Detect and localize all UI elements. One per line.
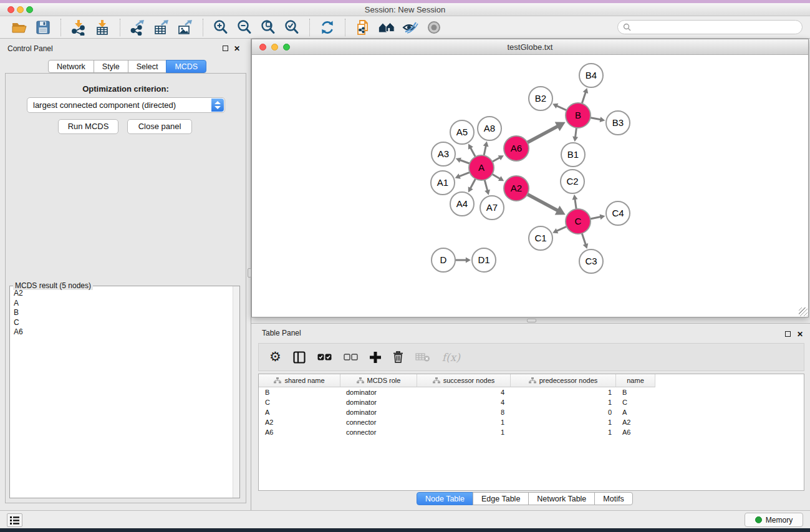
graph-node-A1[interactable]: A1 — [431, 171, 455, 195]
tab-node-table[interactable]: Node Table — [417, 492, 473, 505]
scrollbar-track[interactable] — [233, 286, 239, 498]
graph-node-B2[interactable]: B2 — [529, 87, 552, 110]
network-graph[interactable]: AA6A2BCA5A8A3A1A4A7B2B4B3B1C2C4C1C3DD1 — [252, 56, 808, 317]
run-mcds-button[interactable]: Run MCDS — [58, 119, 118, 134]
column-header-shared-name[interactable]: shared name — [259, 374, 340, 387]
table-row[interactable]: Adominator80A — [259, 407, 804, 417]
tab-network-table[interactable]: Network Table — [528, 492, 595, 505]
graph-node-A3[interactable]: A3 — [432, 142, 455, 166]
show-selected-button[interactable] — [425, 19, 443, 36]
table-cell: A6 — [259, 428, 340, 436]
graph-node-B3[interactable]: B3 — [606, 111, 630, 135]
mcds-result-item[interactable]: C — [11, 318, 232, 328]
graph-node-D[interactable]: D — [432, 248, 455, 272]
graph-node-A4[interactable]: A4 — [450, 192, 474, 216]
function-builder-button[interactable]: f(x) — [442, 351, 460, 364]
graph-node-C3[interactable]: C3 — [579, 249, 603, 273]
export-image-button[interactable] — [176, 19, 194, 36]
graph-node-A8[interactable]: A8 — [478, 117, 501, 140]
tab-network[interactable]: Network — [48, 60, 94, 73]
table-cell: A — [616, 409, 655, 416]
search-field[interactable] — [617, 20, 803, 34]
delete-table-icon — [415, 352, 430, 362]
horizontal-splitter-grip[interactable] — [527, 319, 536, 322]
delete-table-button[interactable] — [415, 352, 430, 362]
graph-node-B[interactable]: B — [566, 103, 591, 128]
network-window-titlebar[interactable]: testGlobe.txt — [252, 39, 808, 55]
virtual-column-icon — [274, 377, 281, 384]
optimization-select[interactable]: largest connected component (directed) — [27, 97, 225, 113]
hide-selected-button[interactable] — [402, 19, 419, 36]
refresh-view-button[interactable] — [319, 19, 336, 36]
column-header-successor-nodes[interactable]: successor nodes — [417, 374, 511, 387]
zoom-fit-icon — [260, 19, 276, 36]
graph-node-C[interactable]: C — [566, 209, 591, 234]
graph-node-A5[interactable]: A5 — [450, 120, 474, 144]
tab-style[interactable]: Style — [94, 60, 128, 73]
graph-node-A[interactable]: A — [469, 155, 494, 180]
tab-motifs[interactable]: Motifs — [594, 492, 632, 505]
clone-network-button[interactable] — [354, 19, 372, 36]
close-panel-icon[interactable]: ✕ — [797, 331, 803, 338]
close-panel-icon[interactable]: ✕ — [234, 45, 240, 52]
select-stepper-icon — [211, 99, 224, 112]
import-table-button[interactable] — [94, 19, 111, 36]
zoom-selected-button[interactable] — [283, 19, 301, 36]
optimization-select-value: largest connected component (directed) — [33, 100, 176, 110]
table-cell: A6 — [616, 428, 655, 436]
graph-node-C4[interactable]: C4 — [606, 201, 630, 225]
show-graphics-details-button[interactable] — [378, 19, 395, 36]
memory-button[interactable]: Memory — [745, 513, 803, 527]
table-row[interactable]: A6connector11A6 — [259, 427, 804, 437]
task-history-button[interactable] — [7, 513, 22, 527]
float-panel-icon[interactable] — [785, 331, 791, 337]
svg-text:B4: B4 — [586, 70, 597, 80]
deselect-all-button[interactable] — [344, 354, 358, 360]
open-session-button[interactable] — [11, 19, 28, 36]
graph-node-B1[interactable]: B1 — [561, 143, 585, 167]
graph-node-C2[interactable]: C2 — [561, 170, 584, 193]
select-all-button[interactable] — [317, 354, 332, 360]
float-panel-icon[interactable] — [223, 46, 228, 51]
export-network-button[interactable] — [129, 19, 147, 36]
tab-edge-table[interactable]: Edge Table — [473, 492, 529, 505]
delete-column-button[interactable] — [393, 351, 403, 363]
table-cell: connector — [340, 428, 417, 436]
table-settings-button[interactable]: ⚙ — [269, 351, 281, 364]
save-session-button[interactable] — [34, 19, 52, 36]
table-row[interactable]: Cdominator41C — [259, 397, 804, 407]
graph-node-D1[interactable]: D1 — [472, 248, 496, 272]
mcds-result-item[interactable]: A — [11, 299, 232, 309]
mcds-result-item[interactable]: A6 — [11, 327, 232, 337]
tab-select[interactable]: Select — [128, 60, 167, 73]
svg-text:A7: A7 — [486, 202, 498, 213]
vertical-splitter-grip[interactable] — [248, 268, 251, 278]
graph-node-B4[interactable]: B4 — [579, 64, 603, 87]
mcds-result-item[interactable]: B — [11, 308, 232, 318]
graph-node-C1[interactable]: C1 — [529, 226, 552, 250]
zoom-fit-button[interactable] — [259, 19, 277, 36]
column-header-name[interactable]: name — [616, 374, 655, 387]
search-input[interactable] — [634, 23, 797, 32]
window-resize-grip[interactable] — [799, 307, 808, 316]
export-table-button[interactable] — [153, 19, 170, 36]
table-row[interactable]: Bdominator41B — [259, 387, 804, 397]
graph-node-A6[interactable]: A6 — [504, 136, 529, 161]
create-column-button[interactable] — [370, 352, 381, 363]
show-column-panel-button[interactable] — [293, 351, 306, 364]
control-panel-title: Control Panel — [7, 44, 53, 53]
column-header-mcds-role[interactable]: MCDS role — [340, 374, 417, 387]
table-row[interactable]: A2connector11A2 — [259, 417, 804, 427]
graph-node-A2[interactable]: A2 — [504, 176, 529, 201]
graph-node-A7[interactable]: A7 — [480, 196, 504, 220]
tab-mcds[interactable]: MCDS — [166, 60, 206, 73]
import-network-button[interactable] — [70, 19, 87, 36]
mcds-result-list[interactable]: A2ABCA6 — [11, 289, 232, 497]
zoom-out-button[interactable] — [236, 19, 253, 36]
unchecked-boxes-icon — [344, 354, 358, 360]
mcds-result-item[interactable]: A2 — [11, 289, 232, 299]
close-panel-button[interactable]: Close panel — [127, 119, 192, 134]
svg-text:A4: A4 — [456, 198, 468, 209]
column-header-predecessor-nodes[interactable]: predecessor nodes — [511, 374, 616, 387]
zoom-in-button[interactable] — [212, 19, 229, 36]
